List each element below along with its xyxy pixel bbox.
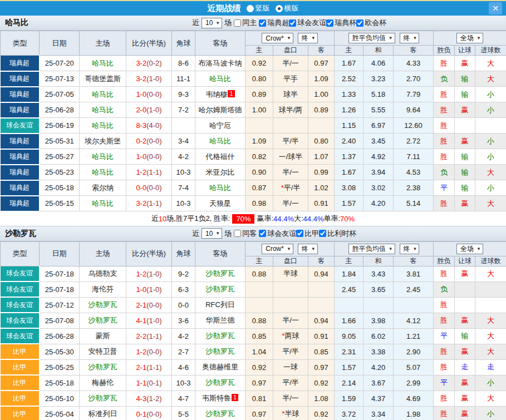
close-button[interactable]: ✕ — [489, 2, 502, 14]
league-checkbox[interactable] — [259, 230, 266, 237]
same-venue-filter[interactable]: 同客 — [234, 229, 257, 239]
match-score: 3-2(1-0) — [126, 71, 172, 87]
handicap-away-odds: 0.99 — [308, 165, 335, 180]
home-team-name: 索尔纳 — [92, 184, 114, 192]
avg-group-header: 胜平负均值 终 — [335, 31, 434, 46]
match-row: 球会友谊 25-07-18 海伦芬 1-0(1-0) 6-3 沙勒罗瓦 2.45… — [1, 281, 506, 297]
team-name: 沙勒罗瓦 — [0, 229, 36, 239]
radio-unselected-icon[interactable] — [247, 5, 254, 12]
avg-away-odds: 2.38 — [394, 180, 434, 196]
handicap-line: 半球 — [273, 266, 308, 281]
handicap-outcome — [455, 297, 475, 313]
match-count-select[interactable]: 10 — [202, 18, 222, 28]
match-scope-select[interactable]: 全场 — [456, 244, 483, 254]
result-outcome: 胜 — [434, 406, 455, 420]
match-score: 1-0(1-0) — [126, 281, 172, 297]
result-outcome: 平 — [434, 180, 455, 196]
handicap-home-odds: 0.88 — [245, 313, 273, 328]
league-checkbox[interactable] — [289, 19, 296, 27]
col-header-odds-away: 客 — [308, 256, 335, 266]
match-row: 球会友谊 25-06-19 哈马比 8-3(4-0) 哈宁厄 1.15 6.97… — [1, 118, 506, 134]
league-checkbox[interactable] — [319, 230, 326, 237]
handicap-outcome: 赢 — [455, 406, 475, 420]
league-checkbox[interactable] — [356, 19, 363, 27]
league-filter[interactable]: 球会友谊 — [289, 18, 326, 28]
handicap-away-odds — [308, 297, 335, 313]
live-handicap-star: * — [282, 332, 284, 340]
corner-score: 10-3 — [172, 165, 195, 180]
handicap-away-odds: 0.94 — [308, 313, 335, 328]
summary-segment: 44.4% — [273, 215, 294, 223]
col-header-odds-away: 客 — [308, 46, 335, 56]
radio-selected-icon[interactable] — [276, 5, 283, 12]
fulltime-score: 3-2 — [136, 75, 146, 83]
handicap-line: 一球 — [273, 359, 308, 375]
col-header-home: 主场 — [80, 31, 126, 56]
avg-away-odds: 9.64 — [394, 102, 434, 118]
corner-score: 4-2 — [172, 328, 195, 344]
final-avg-select[interactable]: 终 — [400, 33, 420, 43]
home-team: 哥德堡盖斯 — [80, 71, 126, 87]
halftime-score: (1-1) — [146, 199, 161, 207]
same-venue-checkbox[interactable] — [234, 230, 241, 237]
corner-score: 4-7 — [172, 391, 195, 406]
match-count-select[interactable]: 10 — [202, 228, 222, 239]
home-team: 哈马比 — [80, 56, 126, 71]
away-team: 韦纳穆1 — [195, 87, 245, 102]
handicap-outcome: 赢 — [455, 375, 475, 391]
league-filter[interactable]: 欧会杯 — [356, 18, 386, 28]
handicap-outcome: 输 — [455, 71, 475, 87]
match-date: 25-05-30 — [40, 344, 80, 359]
col-header-avg-home: 主 — [335, 46, 363, 56]
result-outcome: 平 — [434, 328, 455, 344]
league-filter[interactable]: 比甲 — [296, 229, 319, 239]
home-team: 蒙斯 — [80, 328, 126, 344]
vertical-layout-radio[interactable]: 竖版 — [247, 3, 270, 13]
match-scope-select[interactable]: 全场 — [456, 33, 483, 43]
home-team-name: 海伦芬 — [92, 285, 114, 293]
league-checkbox[interactable] — [259, 19, 266, 27]
league-type-badge: 比甲 — [1, 391, 40, 406]
col-header-date: 日期 — [40, 31, 80, 56]
match-date: 25-06-28 — [40, 328, 80, 344]
same-venue-filter[interactable]: 同主 — [234, 18, 257, 28]
bookmaker-select[interactable]: Crow* — [262, 33, 293, 43]
match-date: 25-05-31 — [40, 134, 80, 149]
away-team-name: 沙勒罗瓦 — [206, 409, 235, 418]
match-date: 25-05-25 — [40, 359, 80, 375]
match-score: 2-2(1-1) — [126, 328, 172, 344]
league-filter[interactable]: 瑞典超 — [259, 18, 289, 28]
handicap-line: 平手 — [273, 71, 308, 87]
handicap-line: 半/一 — [273, 165, 308, 180]
match-row: 球会友谊 25-07-18 乌德勒支 1-2(1-0) 9-2 沙勒罗瓦 0.8… — [1, 266, 506, 281]
league-filter[interactable]: 比利时杯 — [319, 229, 356, 239]
league-filter[interactable]: 球会友谊 — [259, 229, 296, 239]
final-odds-select[interactable]: 终 — [298, 244, 318, 254]
league-checkbox[interactable] — [296, 230, 303, 237]
league-type-badge: 球会友谊 — [1, 118, 40, 134]
avg-odds-select[interactable]: 胜平负均值 — [348, 244, 395, 254]
result-outcome: 胜 — [434, 297, 455, 313]
match-score: 0-1(0-0) — [126, 406, 172, 420]
league-filter[interactable]: 瑞典杯 — [326, 18, 356, 28]
bookmaker-select[interactable]: Crow* — [262, 244, 293, 254]
match-row: 瑞典超 25-05-23 哈马比 1-2(1-1) 10-3 米亚尔比 0.90… — [1, 165, 506, 180]
final-odds-select[interactable]: 终 — [298, 33, 318, 43]
result-outcome: 胜 — [434, 149, 455, 165]
avg-draw-odds: 4.20 — [363, 196, 394, 211]
away-team: 天狼星 — [195, 196, 245, 211]
home-team: 埃尔夫斯堡 — [80, 134, 126, 149]
home-team: 标准列日 — [80, 406, 126, 420]
col-header-away: 客场 — [195, 241, 245, 266]
handicap-home-odds: 0.85 — [245, 328, 273, 344]
result-outcome: 胜 — [434, 313, 455, 328]
same-venue-checkbox[interactable] — [234, 19, 241, 27]
final-avg-select[interactable]: 终 — [400, 244, 420, 254]
league-type-badge: 瑞典超 — [1, 71, 40, 87]
avg-odds-select[interactable]: 胜平负均值 — [348, 33, 395, 43]
avg-draw-odds: 5.18 — [363, 87, 394, 102]
dialog-title: 近期战绩 — [208, 3, 241, 14]
league-checkbox[interactable] — [326, 19, 333, 27]
horizontal-layout-radio[interactable]: 横版 — [276, 3, 299, 13]
handicap-home-odds: 0.81 — [245, 391, 273, 406]
